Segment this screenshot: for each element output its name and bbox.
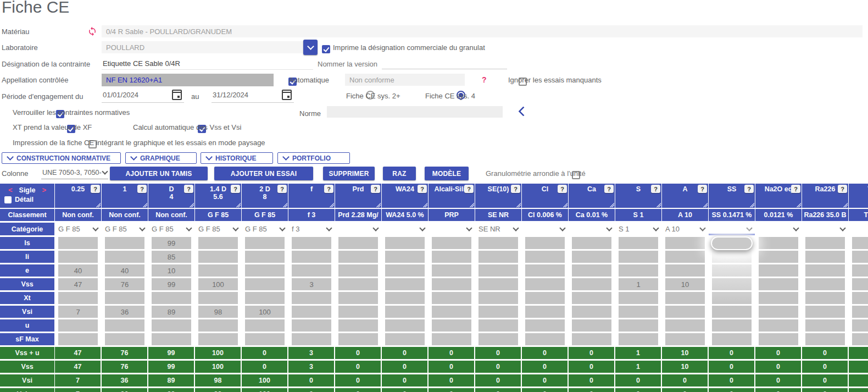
value-cell[interactable]: 99 bbox=[148, 278, 194, 290]
value-cell[interactable] bbox=[615, 292, 661, 304]
value-cell-input[interactable] bbox=[712, 278, 752, 290]
value-cell[interactable] bbox=[429, 251, 475, 263]
value-cell[interactable] bbox=[242, 292, 288, 304]
value-cell-input[interactable]: 76 bbox=[105, 278, 144, 290]
value-cell-input[interactable] bbox=[292, 306, 331, 318]
value-cell[interactable] bbox=[569, 306, 615, 318]
column-resize-handle[interactable] bbox=[96, 202, 101, 207]
value-cell-input[interactable] bbox=[712, 333, 752, 345]
value-cell[interactable]: 40 bbox=[55, 264, 101, 277]
value-cell[interactable] bbox=[569, 251, 615, 263]
value-cell-input[interactable] bbox=[759, 333, 798, 345]
value-cell-input[interactable] bbox=[759, 319, 798, 332]
value-cell-input[interactable] bbox=[292, 333, 331, 345]
value-cell-input[interactable] bbox=[525, 251, 565, 263]
value-cell-input[interactable] bbox=[665, 333, 705, 345]
categorie-select[interactable]: G F 85 bbox=[242, 223, 288, 235]
value-cell[interactable] bbox=[382, 237, 428, 249]
section-graphique[interactable]: GRAPHIQUE bbox=[125, 152, 197, 164]
value-cell[interactable] bbox=[288, 264, 335, 277]
value-cell-input[interactable] bbox=[619, 237, 658, 249]
value-cell-input[interactable] bbox=[805, 306, 845, 318]
value-cell[interactable] bbox=[755, 278, 802, 290]
value-cell[interactable]: 47 bbox=[55, 278, 101, 290]
section-portfolio[interactable]: PORTFOLIO bbox=[277, 152, 350, 164]
raz-button[interactable]: RAZ bbox=[383, 167, 416, 180]
column-header-15[interactable]: SS? bbox=[709, 184, 755, 208]
value-cell[interactable] bbox=[382, 278, 428, 290]
value-cell-input[interactable]: 36 bbox=[105, 306, 144, 318]
column-resize-handle[interactable] bbox=[142, 202, 147, 207]
value-cell[interactable] bbox=[429, 278, 475, 290]
column-header-13[interactable]: S? bbox=[615, 184, 661, 208]
value-cell[interactable] bbox=[709, 333, 755, 345]
value-cell-input[interactable] bbox=[572, 237, 611, 249]
value-cell-input[interactable] bbox=[759, 292, 798, 304]
value-cell-input[interactable] bbox=[105, 292, 144, 304]
value-cell[interactable] bbox=[382, 319, 428, 332]
value-cell[interactable] bbox=[709, 264, 755, 277]
value-cell-input[interactable] bbox=[152, 333, 191, 345]
value-cell[interactable] bbox=[195, 292, 241, 304]
value-cell[interactable] bbox=[195, 237, 241, 249]
value-cell[interactable] bbox=[429, 333, 475, 345]
value-cell-input[interactable] bbox=[432, 333, 471, 345]
modele-button[interactable]: MODÈLE bbox=[425, 167, 469, 180]
value-cell-input[interactable]: 99 bbox=[152, 278, 191, 290]
value-cell[interactable] bbox=[569, 333, 615, 345]
value-cell[interactable] bbox=[242, 237, 288, 249]
date-from-field[interactable]: 01/01/2024 bbox=[102, 89, 184, 103]
categorie-select[interactable] bbox=[429, 223, 475, 235]
value-cell-input[interactable] bbox=[712, 264, 752, 277]
value-cell-input[interactable] bbox=[619, 333, 658, 345]
value-cell[interactable] bbox=[148, 333, 194, 345]
value-cell-input[interactable] bbox=[432, 264, 471, 277]
value-cell[interactable] bbox=[475, 333, 521, 345]
value-cell-input[interactable] bbox=[432, 306, 471, 318]
categorie-select[interactable] bbox=[382, 223, 428, 235]
categorie-select[interactable] bbox=[335, 223, 381, 235]
value-cell[interactable] bbox=[522, 292, 568, 304]
ajouter-essai-button[interactable]: AJOUTER UN ESSAI bbox=[214, 167, 313, 180]
value-cell[interactable] bbox=[429, 319, 475, 332]
value-cell-input[interactable] bbox=[198, 333, 238, 345]
column-header-2[interactable]: 1? bbox=[102, 184, 148, 208]
value-cell[interactable] bbox=[335, 237, 381, 249]
value-cell[interactable] bbox=[849, 306, 868, 318]
column-resize-handle[interactable] bbox=[236, 202, 241, 207]
value-cell-input[interactable] bbox=[105, 319, 144, 332]
value-cell[interactable] bbox=[849, 319, 868, 332]
value-cell[interactable] bbox=[802, 319, 848, 332]
value-cell-input[interactable] bbox=[619, 292, 658, 304]
value-cell[interactable] bbox=[148, 292, 194, 304]
value-cell-input[interactable] bbox=[665, 319, 705, 332]
value-cell-input[interactable] bbox=[385, 251, 425, 263]
value-cell-input[interactable] bbox=[245, 251, 285, 263]
value-cell-input[interactable] bbox=[525, 237, 565, 249]
value-cell[interactable] bbox=[802, 306, 848, 318]
categorie-select[interactable]: A 10 bbox=[662, 223, 708, 235]
column-header-14[interactable]: A? bbox=[662, 184, 708, 208]
value-cell[interactable] bbox=[755, 292, 802, 304]
value-cell[interactable] bbox=[522, 264, 568, 277]
value-cell-input[interactable]: 40 bbox=[58, 264, 98, 277]
column-header-12[interactable]: Ca? bbox=[569, 184, 615, 208]
colonne-select[interactable]: UNE 7050-3, 7050- bbox=[41, 167, 108, 179]
value-cell[interactable]: 100 bbox=[242, 306, 288, 318]
value-cell-input[interactable] bbox=[805, 251, 845, 263]
value-cell-input[interactable]: 3 bbox=[292, 278, 331, 290]
laboratoire-dropdown-button[interactable] bbox=[303, 40, 318, 55]
value-cell-input[interactable] bbox=[58, 237, 98, 249]
value-cell[interactable] bbox=[755, 237, 802, 249]
value-cell-input[interactable] bbox=[572, 264, 611, 277]
value-cell-input[interactable] bbox=[525, 333, 565, 345]
value-cell[interactable] bbox=[242, 333, 288, 345]
categorie-select[interactable] bbox=[849, 223, 868, 235]
value-cell-input[interactable]: 1 bbox=[619, 278, 658, 290]
column-help-button[interactable]: ? bbox=[651, 185, 660, 193]
value-cell-input[interactable] bbox=[432, 278, 471, 290]
value-cell-input[interactable] bbox=[572, 319, 611, 332]
value-cell-input[interactable] bbox=[805, 333, 845, 345]
value-cell[interactable] bbox=[55, 319, 101, 332]
value-cell[interactable] bbox=[709, 278, 755, 290]
